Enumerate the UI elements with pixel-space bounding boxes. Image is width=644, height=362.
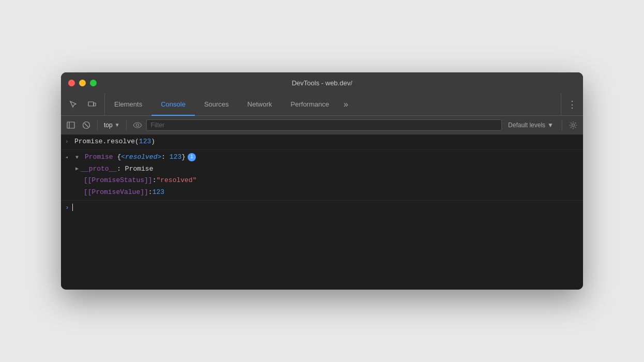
console-input-prompt[interactable]: ›: [61, 201, 583, 215]
promise-status-value: "resolved": [156, 175, 196, 186]
live-expressions-icon[interactable]: [131, 118, 144, 132]
tabs-overflow-button[interactable]: »: [339, 93, 354, 115]
context-arrow-icon: ▼: [115, 122, 120, 128]
default-levels-button[interactable]: Default levels ▼: [504, 122, 558, 129]
collapse-icon[interactable]: ▼: [75, 153, 85, 162]
promise-status-colon: :: [152, 175, 157, 186]
more-dots-icon: ⋮: [568, 99, 577, 110]
back-arrow-icon: ◂: [65, 153, 74, 162]
tabsbar: Elements Console Sources Network Perform…: [61, 93, 583, 116]
tabs-list: Elements Console Sources Network Perform…: [105, 93, 561, 115]
console-output: › Promise.resolve(123) ◂ ▼ Promise {<res…: [61, 134, 583, 290]
titlebar: DevTools - web.dev/: [61, 72, 583, 93]
inspect-element-icon[interactable]: [66, 97, 81, 112]
toolbar-separator-3: [562, 120, 562, 130]
proto-label: __proto__: [81, 164, 117, 175]
svg-point-6: [136, 124, 139, 126]
proto-colon: : Promise: [117, 164, 153, 175]
tab-sources[interactable]: Sources: [195, 93, 238, 116]
expand-icon[interactable]: ›: [65, 137, 74, 147]
console-output-promise: ◂ ▼ Promise {<resolved>: 123} i ▶ __prot…: [61, 150, 583, 201]
filter-input[interactable]: [146, 119, 502, 131]
sidebar-toggle-icon[interactable]: [64, 118, 78, 132]
toolbar-separator-2: [126, 120, 127, 130]
tab-performance[interactable]: Performance: [281, 93, 338, 116]
tab-network[interactable]: Network: [238, 93, 282, 116]
info-badge[interactable]: i: [188, 153, 196, 161]
context-value: top: [104, 122, 113, 129]
svg-rect-0: [88, 102, 94, 106]
more-options-button[interactable]: ⋮: [561, 93, 583, 115]
input-caret-icon: ›: [65, 204, 69, 212]
devtools-icons: [61, 93, 105, 115]
toolbar-separator: [97, 120, 98, 130]
cursor: [72, 204, 73, 211]
promise-status-label: [[PromiseStatus]]: [84, 175, 152, 186]
tab-elements[interactable]: Elements: [105, 93, 151, 116]
console-input-line-1: › Promise.resolve(123): [61, 134, 583, 150]
proto-line: ▶ __proto__ : Promise: [75, 164, 153, 175]
promise-status-line: [[PromiseStatus]] : "resolved": [84, 175, 196, 186]
device-toolbar-icon[interactable]: [85, 97, 99, 112]
console-settings-icon[interactable]: [566, 118, 580, 132]
traffic-lights: [68, 80, 97, 86]
svg-rect-1: [94, 103, 96, 106]
promise-value-line: [[PromiseValue]] : 123: [84, 187, 164, 198]
clear-console-icon[interactable]: [80, 118, 93, 132]
svg-rect-2: [67, 122, 74, 128]
tab-console[interactable]: Console: [151, 93, 195, 116]
devtools-window: DevTools - web.dev/ Elements Console: [61, 72, 583, 290]
close-button[interactable]: [68, 80, 75, 86]
console-toolbar: top ▼ Default levels ▼: [61, 116, 583, 134]
promise-label: Promise {<resolved>: 123}: [85, 152, 186, 163]
window-title: DevTools - web.dev/: [292, 79, 352, 87]
svg-line-5: [85, 123, 88, 127]
promise-value-value: 123: [152, 187, 164, 198]
promise-value-colon: :: [148, 187, 152, 198]
context-selector[interactable]: top ▼: [102, 122, 122, 129]
maximize-button[interactable]: [90, 80, 97, 86]
svg-point-7: [572, 124, 575, 126]
proto-expand-icon[interactable]: ▶: [75, 165, 79, 173]
promise-value-label: [[PromiseValue]]: [84, 187, 148, 198]
console-code: Promise.resolve(123): [74, 137, 155, 147]
minimize-button[interactable]: [79, 80, 86, 86]
